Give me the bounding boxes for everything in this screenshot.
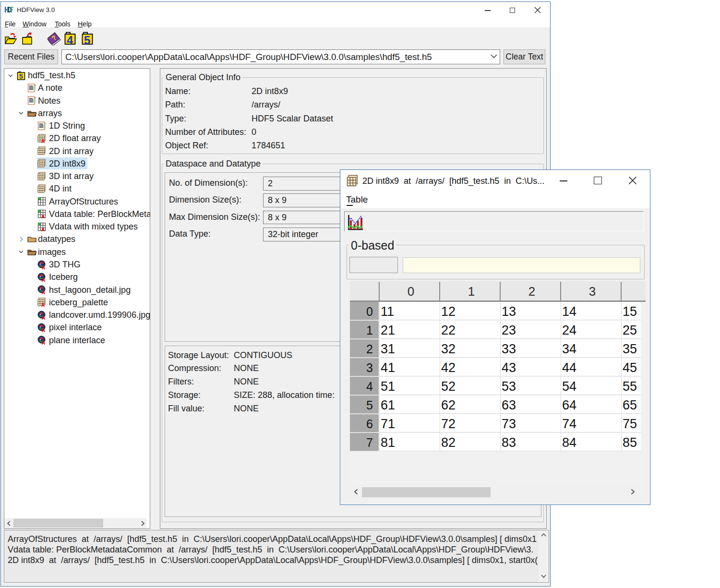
svg-text:5: 5 <box>84 34 90 46</box>
svg-text:4: 4 <box>67 34 73 46</box>
